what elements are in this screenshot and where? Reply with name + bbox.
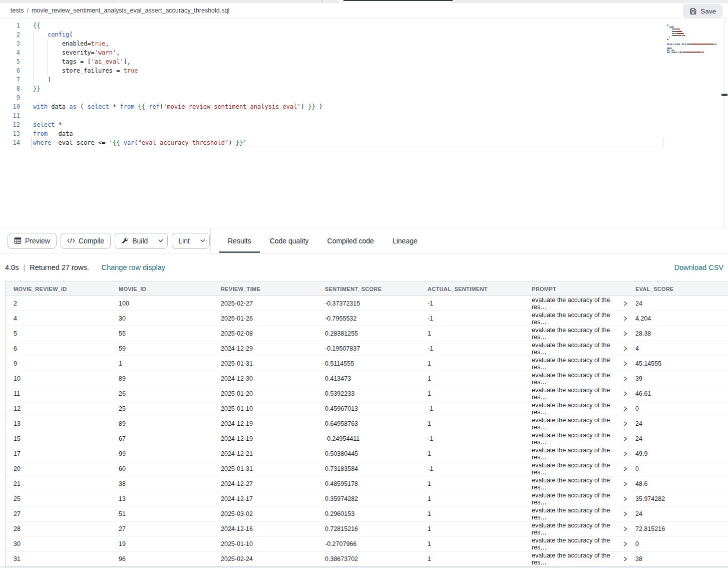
prompt-cell[interactable]: evaluate the accuracy of the res…	[524, 356, 627, 371]
column-header: REVIEW_TIME	[213, 282, 317, 296]
editor-minimap[interactable]	[667, 21, 723, 51]
code-line: select *	[33, 120, 322, 129]
expand-cell-icon[interactable]	[623, 301, 627, 306]
line-number: 6	[0, 66, 20, 75]
prompt-cell[interactable]: evaluate the accuracy of the res…	[524, 521, 627, 536]
editor-scrollbar-track	[724, 19, 725, 228]
build-button-main[interactable]: Build	[115, 233, 154, 248]
prompt-cell[interactable]: evaluate the accuracy of the res…	[524, 371, 627, 386]
prompt-cell[interactable]: evaluate the accuracy of the res…	[524, 551, 627, 566]
table-cell: 2024-12-17	[213, 491, 317, 506]
expand-cell-icon[interactable]	[623, 331, 627, 336]
table-row: 10892024-12-300.4134731evaluate the accu…	[6, 371, 728, 386]
column-header: ACTUAL_SENTIMENT	[420, 282, 524, 296]
table-cell: 67	[111, 431, 213, 446]
prompt-cell[interactable]: evaluate the accuracy of the res…	[524, 461, 627, 476]
chevron-down-icon	[158, 239, 163, 242]
table-cell: 2024-12-16	[213, 521, 317, 536]
save-button[interactable]: Save	[683, 4, 722, 18]
prompt-cell[interactable]: evaluate the accuracy of the res…	[524, 476, 627, 491]
prompt-preview-text: evaluate the accuracy of the res…	[532, 507, 620, 521]
code-line: store_failures = true	[33, 66, 322, 75]
expand-cell-icon[interactable]	[623, 316, 627, 321]
prompt-preview-text: evaluate the accuracy of the res…	[532, 477, 620, 491]
lint-dropdown-toggle[interactable]	[196, 233, 209, 248]
prompt-cell[interactable]: evaluate the accuracy of the res…	[524, 491, 627, 506]
table-cell: 1	[420, 506, 524, 521]
code-line: with data as ( select * from {{ ref('mov…	[33, 102, 322, 111]
table-cell: 2025-03-02	[213, 506, 317, 521]
expand-cell-icon[interactable]	[623, 421, 627, 426]
expand-cell-icon[interactable]	[623, 451, 627, 456]
prompt-cell[interactable]: evaluate the accuracy of the res…	[524, 326, 627, 341]
table-cell: 1	[420, 491, 524, 506]
tab-compiled-code[interactable]: Compiled code	[327, 228, 374, 253]
table-cell: 45.14555	[627, 356, 728, 371]
save-icon	[689, 8, 697, 15]
preview-button-label: Preview	[25, 237, 50, 245]
prompt-cell[interactable]: evaluate the accuracy of the res…	[524, 506, 627, 521]
editor-scrollbar-marker[interactable]	[721, 94, 727, 96]
table-cell: -1	[420, 431, 524, 446]
code-editor[interactable]: 1234567891011121314 {{ config( enabled=t…	[0, 19, 728, 228]
table-cell: 1	[420, 536, 524, 551]
expand-cell-icon[interactable]	[623, 376, 627, 381]
prompt-cell[interactable]: evaluate the accuracy of the res…	[524, 386, 627, 401]
expand-cell-icon[interactable]	[623, 556, 627, 561]
wrench-icon	[121, 237, 129, 244]
code-line: {{	[33, 21, 322, 30]
line-number: 10	[0, 102, 20, 111]
tab-results[interactable]: Results	[228, 228, 251, 253]
lint-button[interactable]: Lint	[172, 233, 210, 249]
table-cell: 39	[627, 371, 728, 386]
table-cell: 13	[111, 491, 213, 506]
expand-cell-icon[interactable]	[623, 511, 627, 516]
prompt-cell[interactable]: evaluate the accuracy of the res…	[524, 311, 627, 326]
minimap-line	[667, 46, 723, 47]
minimap-line	[667, 48, 723, 49]
compile-button-label: Compile	[79, 237, 104, 245]
table-cell: 35.974282	[627, 491, 728, 506]
build-button[interactable]: Build	[115, 233, 168, 249]
breadcrumb-filename: movie_review_sentiment_analysis_eval_ass…	[32, 7, 229, 14]
table-cell: 4	[6, 311, 111, 326]
build-dropdown-toggle[interactable]	[154, 233, 167, 248]
tab-lineage[interactable]: Lineage	[393, 228, 418, 253]
expand-cell-icon[interactable]	[623, 391, 627, 396]
expand-cell-icon[interactable]	[623, 466, 627, 471]
code-line: }}	[33, 84, 322, 93]
expand-cell-icon[interactable]	[623, 346, 627, 351]
table-cell: 1	[420, 551, 524, 566]
table-cell: 0.5392233	[317, 386, 420, 401]
prompt-cell[interactable]: evaluate the accuracy of the res…	[524, 341, 627, 356]
tab-code-quality[interactable]: Code quality	[270, 228, 309, 253]
prompt-cell[interactable]: evaluate the accuracy of the res…	[524, 401, 627, 416]
code-icon	[67, 237, 75, 244]
prompt-preview-text: evaluate the accuracy of the res…	[532, 462, 620, 476]
table-cell: -0.19507837	[317, 341, 420, 356]
lint-button-main[interactable]: Lint	[172, 233, 196, 248]
column-header: SENTIMENT_SCORE	[317, 282, 420, 296]
compile-button[interactable]: Compile	[61, 233, 111, 249]
change-row-display-link[interactable]: Change row display	[102, 263, 165, 271]
download-csv-link[interactable]: Download CSV	[674, 263, 723, 271]
table-cell: 2025-01-26	[213, 311, 317, 326]
prompt-preview-text: evaluate the accuracy of the res…	[532, 372, 620, 386]
expand-cell-icon[interactable]	[623, 406, 627, 411]
line-number: 11	[0, 111, 20, 120]
expand-cell-icon[interactable]	[623, 541, 627, 546]
prompt-cell[interactable]: evaluate the accuracy of the res…	[524, 416, 627, 431]
expand-cell-icon[interactable]	[623, 496, 627, 501]
table-row: 27512025-03-020.29601531evaluate the acc…	[6, 506, 728, 521]
expand-cell-icon[interactable]	[623, 526, 627, 531]
table-cell: 2025-01-31	[213, 461, 317, 476]
prompt-preview-text: evaluate the accuracy of the res…	[532, 492, 620, 506]
preview-button[interactable]: Preview	[8, 233, 57, 249]
prompt-cell[interactable]: evaluate the accuracy of the res…	[524, 536, 627, 551]
expand-cell-icon[interactable]	[623, 361, 627, 366]
prompt-cell[interactable]: evaluate the accuracy of the res…	[524, 446, 627, 461]
expand-cell-icon[interactable]	[623, 481, 627, 486]
prompt-cell[interactable]: evaluate the accuracy of the res…	[524, 296, 627, 311]
expand-cell-icon[interactable]	[623, 436, 627, 441]
prompt-cell[interactable]: evaluate the accuracy of the res…	[524, 431, 627, 446]
